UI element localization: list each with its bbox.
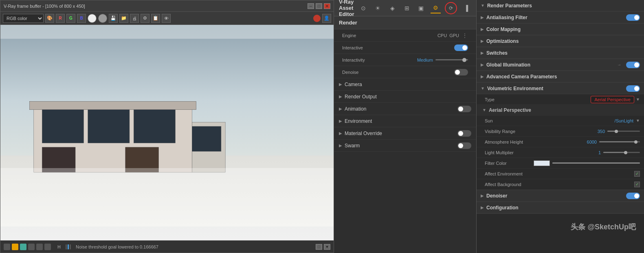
fb-white-circle-icon[interactable] xyxy=(88,14,97,23)
fb-close-button[interactable]: ✕ xyxy=(324,3,330,9)
pp-dn-toggle[interactable] xyxy=(626,193,640,199)
rp-environment-row[interactable]: ▶ Environment xyxy=(334,115,476,127)
pp-section-switches-header[interactable]: ▶ Switches xyxy=(477,47,644,59)
pp-section-antialias-header[interactable]: ▶ Antialiasing Filter xyxy=(477,12,644,23)
pp-aa-arrow: ▶ xyxy=(481,15,484,20)
rp-swarm-row[interactable]: ▶ Swarm xyxy=(334,140,476,152)
pp-aerial-sun-arrow[interactable]: ▼ xyxy=(636,118,640,123)
pp-section-opt: ▶ Optimizations xyxy=(477,36,644,47)
pp-aerial-affectbg-checkbox[interactable]: ✓ xyxy=(634,182,640,187)
pp-aerial-filtercolor-swatch[interactable] xyxy=(534,160,550,166)
pp-gi-toggle[interactable] xyxy=(626,62,640,68)
rp-nav-sphere[interactable]: ⊙ xyxy=(358,3,369,13)
pp-ve-type-value[interactable]: Aerial Perspective xyxy=(591,96,634,103)
rp-nav-active-icon[interactable]: ⟳ xyxy=(445,2,457,14)
rp-interactive-toggle[interactable] xyxy=(454,44,468,51)
rp-cpu-gpu: CPU GPU ⋮ xyxy=(437,32,468,39)
rp-nav-object[interactable]: ◈ xyxy=(387,3,397,13)
rp-denoise-toggle[interactable] xyxy=(454,69,468,75)
pp-aerial-affectbg-label: Affect Background xyxy=(485,182,534,187)
pp-section-colormapping-header[interactable]: ▶ Color Mapping xyxy=(477,24,644,35)
fb-minimize-button[interactable]: ─ xyxy=(308,3,314,9)
pp-ve-toggle[interactable] xyxy=(626,85,640,92)
pp-section-opt-header[interactable]: ▶ Optimizations xyxy=(477,36,644,47)
fb-color-icon[interactable]: 🎨 xyxy=(45,14,54,23)
pp-gi-label: Global Illumination xyxy=(486,62,530,68)
pp-aerial-affectenv-row: Affect Environment ✓ xyxy=(477,169,644,179)
pp-section-render-params-header[interactable]: ▼ Render Parameters xyxy=(477,0,644,11)
rp-materialoverride-row[interactable]: ▶ Material Override xyxy=(334,127,476,140)
rp-engine-more[interactable]: ⋮ xyxy=(462,32,468,39)
fb-maximize-button[interactable]: □ xyxy=(316,3,322,9)
fb-save-icon[interactable]: 💾 xyxy=(109,14,118,23)
rp-animation-label: Animation xyxy=(345,106,366,112)
pp-aerial-atmosphere-slider[interactable] xyxy=(599,141,640,142)
pp-aerial-filtercolor-slider[interactable] xyxy=(552,162,640,164)
pp-aerial-lightmul-slider[interactable] xyxy=(603,152,640,153)
pp-section-config-header[interactable]: ▶ Configuration xyxy=(477,202,644,213)
fb-r-channel-button[interactable]: R xyxy=(56,14,65,23)
fb-status-btn1[interactable]: □ xyxy=(316,244,322,250)
fb-b-channel-button[interactable]: B xyxy=(77,14,86,23)
fb-g-channel-button[interactable]: G xyxy=(66,14,75,23)
rp-interactive-label: Interactive xyxy=(342,45,363,50)
pp-section-gi-header[interactable]: ▶ Global Illumination → xyxy=(477,59,644,71)
rp-nav-settings[interactable]: ⚙ xyxy=(431,3,441,13)
fb-profile-icon[interactable]: 👤 xyxy=(322,14,331,23)
pp-aerial-header[interactable]: ▼ Aerial Perspective xyxy=(477,105,644,115)
pp-aerial-affectenv-label: Affect Environment xyxy=(485,171,534,176)
rp-camera-row[interactable]: ▶ Camera xyxy=(334,78,476,91)
fb-render-icon[interactable]: ⚙ xyxy=(141,14,149,23)
rp-nav-render[interactable]: ▣ xyxy=(416,3,426,13)
rp-cpu-label[interactable]: CPU xyxy=(437,33,447,38)
rp-animation-row[interactable]: ▶ Animation xyxy=(334,103,476,115)
pp-aerial-lightmul-value: 1 xyxy=(598,150,601,155)
fb-toolbar: RGB color 🎨 R G B 💾 📁 🖨 ⚙ 📋 👁 👤 xyxy=(0,12,334,25)
pp-aerial-visibility-value: 350 xyxy=(598,129,605,134)
rp-nav-layers[interactable]: ⊞ xyxy=(402,3,412,13)
pp-aerial-sun-value[interactable]: /SunLight xyxy=(615,118,633,123)
fb-status-icon-6 xyxy=(44,244,51,250)
rp-denoise-row: Denoise xyxy=(334,66,476,78)
rp-renderoutput-row[interactable]: ▶ Render Output xyxy=(334,91,476,103)
fb-color-mode-select[interactable]: RGB color xyxy=(3,14,44,23)
pp-aerial-filtercolor-row: Filter Color xyxy=(477,158,644,169)
pp-ve-type-arrow[interactable]: ▼ xyxy=(636,97,640,102)
props-panel: ▼ Render Parameters ▶ Antialiasing Filte… xyxy=(477,0,644,253)
pp-advcam-arrow: ▶ xyxy=(481,74,484,79)
pp-aerial-visibility-right: 350 xyxy=(534,129,640,134)
pp-aerial-atmosphere-label: Atmosphere Height xyxy=(485,140,534,144)
fb-gray-circle-icon[interactable] xyxy=(98,14,107,23)
render-panel: V-Ray Asset Editor ⊙ ☀ ◈ ⊞ ▣ ⚙ ⟳ ▐ Rende… xyxy=(334,0,477,253)
pp-aerial-lightmul-label: Light Multiplier xyxy=(485,150,534,155)
fb-stamp-icon[interactable]: 🖨 xyxy=(130,14,139,23)
pp-aerial-atmosphere-row: Atmosphere Height 6000 xyxy=(477,137,644,147)
fb-folder-icon[interactable]: 📁 xyxy=(119,14,128,23)
pp-section-volenv-header[interactable]: ▼ Volumetric Environment xyxy=(477,83,644,94)
pp-ve-label: Volumetric Environment xyxy=(487,86,543,91)
pp-section-config: ▶ Configuration xyxy=(477,202,644,214)
rp-gpu-label[interactable]: GPU xyxy=(449,33,459,38)
pp-section-advcam-header[interactable]: ▶ Advanced Camera Parameters xyxy=(477,71,644,82)
pp-aerial-affectenv-checkbox[interactable]: ✓ xyxy=(634,171,640,177)
pp-aerial-visibility-slider[interactable] xyxy=(607,131,640,132)
rp-swarm-toggle[interactable] xyxy=(457,142,471,149)
asset-editor-title: V-Ray Asset Editor xyxy=(339,0,354,17)
rp-nav-panel[interactable]: ▐ xyxy=(461,3,471,13)
fb-stop-button[interactable] xyxy=(313,15,321,22)
fb-copy-icon[interactable]: 📋 xyxy=(151,14,160,23)
pp-aa-toggle[interactable] xyxy=(626,14,640,21)
rp-interactivity-slider[interactable] xyxy=(435,59,468,60)
fb-view-icon[interactable]: 👁 xyxy=(162,14,171,23)
pp-section-advcam: ▶ Advanced Camera Parameters xyxy=(477,71,644,83)
building-scene-svg xyxy=(0,25,334,240)
pp-sw-label: Switches xyxy=(486,50,508,56)
fb-statusbar: H Noise threshold goal lowered to 0.1666… xyxy=(0,240,334,253)
pp-aa-label: Antialiasing Filter xyxy=(486,15,528,20)
pp-section-denoiser-header[interactable]: ▶ Denoiser xyxy=(477,190,644,202)
rp-animation-toggle[interactable] xyxy=(457,106,471,112)
fb-status-icon-5 xyxy=(36,244,43,250)
fb-status-btn2[interactable]: ▼ xyxy=(324,244,330,250)
rp-materialoverride-toggle[interactable] xyxy=(457,130,471,137)
rp-nav-light[interactable]: ☀ xyxy=(373,3,383,13)
